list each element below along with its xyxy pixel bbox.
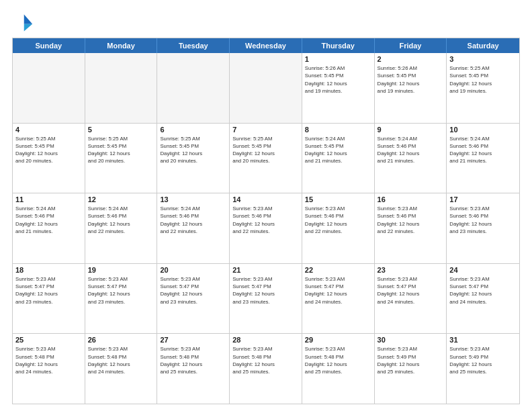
day-info: Sunrise: 5:23 AM Sunset: 5:47 PM Dayligh… [449,275,517,306]
day-number: 9 [378,126,444,134]
day-cell-20: 20Sunrise: 5:23 AM Sunset: 5:47 PM Dayli… [157,264,230,334]
day-info: Sunrise: 5:23 AM Sunset: 5:47 PM Dayligh… [88,275,154,306]
day-cell-14: 14Sunrise: 5:23 AM Sunset: 5:46 PM Dayli… [230,193,302,263]
day-info: Sunrise: 5:26 AM Sunset: 5:45 PM Dayligh… [378,64,444,95]
day-number: 8 [305,126,371,134]
empty-cell [230,53,302,123]
day-number: 18 [15,266,82,274]
day-cell-5: 5Sunrise: 5:25 AM Sunset: 5:45 PM Daylig… [85,124,158,193]
day-info: Sunrise: 5:23 AM Sunset: 5:47 PM Dayligh… [305,275,371,306]
day-info: Sunrise: 5:23 AM Sunset: 5:48 PM Dayligh… [15,345,82,375]
day-number: 21 [232,266,299,274]
day-number: 2 [378,55,444,63]
calendar-body: 1Sunrise: 5:26 AM Sunset: 5:45 PM Daylig… [13,53,519,404]
calendar-week-2: 4Sunrise: 5:25 AM Sunset: 5:45 PM Daylig… [13,124,519,194]
day-number: 26 [88,336,154,344]
calendar-week-5: 25Sunrise: 5:23 AM Sunset: 5:48 PM Dayli… [13,334,519,404]
day-number: 15 [305,195,371,203]
day-cell-15: 15Sunrise: 5:23 AM Sunset: 5:46 PM Dayli… [302,193,375,263]
day-number: 5 [88,126,154,134]
day-cell-22: 22Sunrise: 5:23 AM Sunset: 5:47 PM Dayli… [302,264,375,334]
day-number: 16 [378,195,444,203]
day-info: Sunrise: 5:23 AM Sunset: 5:49 PM Dayligh… [449,345,517,375]
day-cell-7: 7Sunrise: 5:25 AM Sunset: 5:45 PM Daylig… [230,124,302,193]
day-cell-16: 16Sunrise: 5:23 AM Sunset: 5:46 PM Dayli… [375,193,447,263]
calendar-header-friday: Friday [375,38,447,53]
day-cell-19: 19Sunrise: 5:23 AM Sunset: 5:47 PM Dayli… [85,264,158,334]
calendar-header-monday: Monday [85,38,158,53]
day-cell-31: 31Sunrise: 5:23 AM Sunset: 5:49 PM Dayli… [447,334,519,404]
day-info: Sunrise: 5:24 AM Sunset: 5:45 PM Dayligh… [305,135,371,165]
calendar-header-sunday: Sunday [13,38,85,53]
day-info: Sunrise: 5:24 AM Sunset: 5:46 PM Dayligh… [160,205,226,235]
day-info: Sunrise: 5:26 AM Sunset: 5:45 PM Dayligh… [305,64,371,95]
day-cell-3: 3Sunrise: 5:25 AM Sunset: 5:45 PM Daylig… [447,53,519,123]
day-number: 30 [378,336,444,344]
day-cell-10: 10Sunrise: 5:24 AM Sunset: 5:46 PM Dayli… [447,124,519,193]
day-info: Sunrise: 5:25 AM Sunset: 5:45 PM Dayligh… [88,135,154,165]
day-number: 31 [449,336,517,344]
day-cell-27: 27Sunrise: 5:23 AM Sunset: 5:48 PM Dayli… [157,334,230,404]
day-info: Sunrise: 5:25 AM Sunset: 5:45 PM Dayligh… [449,64,517,95]
day-info: Sunrise: 5:23 AM Sunset: 5:46 PM Dayligh… [378,205,444,235]
calendar-week-3: 11Sunrise: 5:24 AM Sunset: 5:46 PM Dayli… [13,193,519,264]
day-number: 1 [305,55,371,63]
day-info: Sunrise: 5:24 AM Sunset: 5:46 PM Dayligh… [449,135,517,165]
day-cell-17: 17Sunrise: 5:23 AM Sunset: 5:46 PM Dayli… [447,193,519,263]
calendar-week-4: 18Sunrise: 5:23 AM Sunset: 5:47 PM Dayli… [13,264,519,334]
calendar-week-1: 1Sunrise: 5:26 AM Sunset: 5:45 PM Daylig… [13,53,519,124]
day-number: 20 [160,266,226,274]
day-number: 6 [160,126,226,134]
page: SundayMondayTuesdayWednesdayThursdayFrid… [0,0,532,411]
day-number: 27 [160,336,226,344]
header [12,12,520,34]
day-cell-23: 23Sunrise: 5:23 AM Sunset: 5:47 PM Dayli… [375,264,447,334]
day-cell-6: 6Sunrise: 5:25 AM Sunset: 5:45 PM Daylig… [157,124,230,193]
day-number: 10 [449,126,517,134]
day-info: Sunrise: 5:23 AM Sunset: 5:46 PM Dayligh… [305,205,371,235]
day-info: Sunrise: 5:23 AM Sunset: 5:47 PM Dayligh… [378,275,444,306]
day-number: 17 [449,195,517,203]
day-info: Sunrise: 5:23 AM Sunset: 5:46 PM Dayligh… [232,205,299,235]
day-info: Sunrise: 5:23 AM Sunset: 5:48 PM Dayligh… [305,345,371,375]
day-number: 11 [15,195,82,203]
logo [12,12,36,34]
svg-marker-0 [24,15,32,24]
day-info: Sunrise: 5:25 AM Sunset: 5:45 PM Dayligh… [15,135,82,165]
day-info: Sunrise: 5:23 AM Sunset: 5:46 PM Dayligh… [449,205,517,235]
empty-cell [157,53,230,123]
day-info: Sunrise: 5:25 AM Sunset: 5:45 PM Dayligh… [232,135,299,165]
day-number: 23 [378,266,444,274]
empty-cell [13,53,85,123]
day-info: Sunrise: 5:23 AM Sunset: 5:48 PM Dayligh… [88,345,154,375]
day-cell-21: 21Sunrise: 5:23 AM Sunset: 5:47 PM Dayli… [230,264,302,334]
calendar-header-wednesday: Wednesday [230,38,302,53]
day-number: 25 [15,336,82,344]
day-number: 13 [160,195,226,203]
day-cell-9: 9Sunrise: 5:24 AM Sunset: 5:46 PM Daylig… [375,124,447,193]
calendar-header-thursday: Thursday [302,38,375,53]
day-cell-8: 8Sunrise: 5:24 AM Sunset: 5:45 PM Daylig… [302,124,375,193]
day-number: 22 [305,266,371,274]
day-info: Sunrise: 5:23 AM Sunset: 5:49 PM Dayligh… [378,345,444,375]
day-info: Sunrise: 5:23 AM Sunset: 5:47 PM Dayligh… [160,275,226,306]
day-info: Sunrise: 5:23 AM Sunset: 5:47 PM Dayligh… [232,275,299,306]
day-info: Sunrise: 5:25 AM Sunset: 5:45 PM Dayligh… [160,135,226,165]
day-cell-13: 13Sunrise: 5:24 AM Sunset: 5:46 PM Dayli… [157,193,230,263]
day-cell-30: 30Sunrise: 5:23 AM Sunset: 5:49 PM Dayli… [375,334,447,404]
day-info: Sunrise: 5:24 AM Sunset: 5:46 PM Dayligh… [88,205,154,235]
day-info: Sunrise: 5:23 AM Sunset: 5:48 PM Dayligh… [232,345,299,375]
day-cell-18: 18Sunrise: 5:23 AM Sunset: 5:47 PM Dayli… [13,264,85,334]
calendar-header-saturday: Saturday [447,38,519,53]
day-number: 28 [232,336,299,344]
day-number: 24 [449,266,517,274]
day-info: Sunrise: 5:23 AM Sunset: 5:48 PM Dayligh… [160,345,226,375]
day-info: Sunrise: 5:24 AM Sunset: 5:46 PM Dayligh… [15,205,82,235]
day-info: Sunrise: 5:23 AM Sunset: 5:47 PM Dayligh… [15,275,82,306]
day-cell-11: 11Sunrise: 5:24 AM Sunset: 5:46 PM Dayli… [13,193,85,263]
day-number: 4 [15,126,82,134]
calendar: SundayMondayTuesdayWednesdayThursdayFrid… [12,38,520,404]
day-number: 19 [88,266,154,274]
day-cell-26: 26Sunrise: 5:23 AM Sunset: 5:48 PM Dayli… [85,334,158,404]
day-cell-12: 12Sunrise: 5:24 AM Sunset: 5:46 PM Dayli… [85,193,158,263]
